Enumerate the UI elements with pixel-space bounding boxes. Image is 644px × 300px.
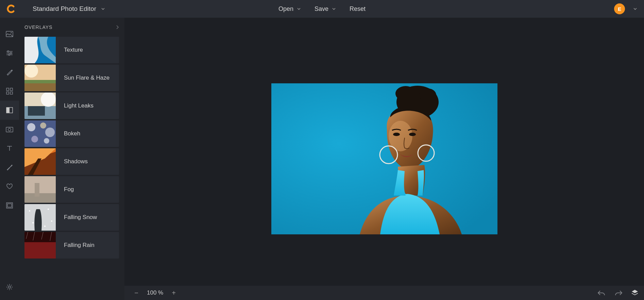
svg-point-52 [395,86,416,101]
zoom-controls: − 100 % + [132,288,178,297]
redo-button[interactable] [614,290,623,296]
overlay-item-shadows[interactable]: Shadows [24,148,119,175]
overlay-label: Fog [56,186,74,193]
overlay-thumb [24,65,56,91]
overlay-label: Texture [56,47,83,53]
svg-point-32 [44,138,49,144]
svg-rect-11 [10,92,13,94]
rail-adjust[interactable] [0,44,19,63]
svg-point-42 [51,220,52,222]
overlay-label: Falling Snow [56,214,97,221]
svg-rect-9 [10,88,13,90]
reset-button[interactable]: Reset [350,5,366,13]
rail-camera[interactable] [0,120,19,139]
zoom-in-button[interactable]: + [169,288,178,297]
overlay-thumb [24,176,56,203]
rail-brush[interactable] [0,158,19,177]
overlay-label: Light Leaks [56,102,94,109]
canvas-photo [271,83,497,234]
overlay-thumb [24,148,56,175]
bottom-right [597,289,639,297]
rail-favorites[interactable] [0,177,19,196]
svg-point-6 [10,52,12,54]
svg-rect-45 [24,232,56,242]
rail-grid[interactable] [0,82,19,101]
header-center: Open Save Reset [278,5,366,13]
zoom-out-button[interactable]: − [132,288,141,297]
svg-point-7 [9,54,10,55]
chevron-down-icon [332,7,336,11]
app-logo [6,4,16,14]
overlay-item-bokeh[interactable]: Bokeh [24,120,119,147]
avatar-letter: E [618,6,621,12]
svg-point-55 [393,133,400,136]
overlay-item-rain[interactable]: Falling Rain [24,232,119,259]
rail-settings[interactable] [0,278,19,297]
svg-point-39 [29,210,30,212]
save-menu[interactable]: Save [315,5,336,13]
chevron-down-icon [297,7,301,11]
chevron-right-icon[interactable] [116,25,119,30]
open-label: Open [278,5,293,13]
svg-point-56 [409,133,416,136]
bottom-bar: − 100 % + [124,286,644,300]
svg-point-18 [9,286,11,288]
header-right: E [614,3,637,14]
svg-rect-37 [24,176,56,203]
overlay-item-texture[interactable]: Texture [24,37,119,63]
rail-overlays[interactable] [0,101,19,120]
overlays-panel: OVERLAYS Texture Sun Flare & Haze Light … [19,18,124,300]
overlay-item-fog[interactable]: Fog [24,176,119,203]
rail-text[interactable] [0,139,19,158]
svg-point-53 [419,88,436,102]
overlay-label: Bokeh [56,130,80,137]
svg-rect-8 [6,88,9,90]
svg-rect-26 [28,106,45,116]
zoom-value: 100 % [147,289,163,296]
app-title-dropdown[interactable]: Standard Photo Editor [33,5,105,13]
overlay-item-snow[interactable]: Falling Snow [24,204,119,231]
app-title: Standard Photo Editor [33,5,96,13]
overlay-list: Texture Sun Flare & Haze Light Leaks Bok… [24,37,119,259]
rail-image[interactable] [0,24,19,44]
undo-button[interactable] [597,290,606,296]
chevron-down-icon [101,7,105,11]
panel-header: OVERLAYS [24,24,119,30]
svg-point-1 [11,32,12,33]
svg-rect-10 [6,92,9,94]
svg-rect-13 [6,107,10,113]
svg-point-5 [7,51,9,52]
overlay-label: Falling Rain [56,242,95,249]
overlay-item-sunflare[interactable]: Sun Flare & Haze [24,65,119,91]
svg-rect-17 [7,204,12,207]
svg-point-40 [48,209,49,210]
overlay-label: Shadows [56,158,88,165]
canvas-area[interactable]: − 100 % + [124,18,644,300]
rail-magic[interactable] [0,63,19,82]
tool-rail [0,18,19,300]
svg-point-25 [41,93,56,107]
rail-frame[interactable] [0,196,19,215]
chevron-down-icon[interactable] [633,7,637,11]
svg-point-28 [27,123,35,131]
overlay-thumb [24,120,56,147]
svg-point-29 [40,122,46,129]
panel-title: OVERLAYS [24,24,52,30]
user-avatar[interactable]: E [614,3,625,14]
overlay-item-lightleaks[interactable]: Light Leaks [24,93,119,119]
overlay-thumb [24,232,56,259]
open-menu[interactable]: Open [278,5,301,13]
overlay-label: Sun Flare & Haze [56,74,109,81]
svg-rect-23 [24,80,56,83]
svg-point-15 [8,128,11,131]
layers-button[interactable] [631,289,639,297]
svg-point-31 [31,136,38,143]
body: OVERLAYS Texture Sun Flare & Haze Light … [0,18,644,300]
svg-rect-14 [6,127,13,132]
svg-point-30 [45,128,55,137]
svg-point-41 [32,222,34,223]
overlay-thumb [24,204,56,231]
svg-point-43 [44,226,46,227]
overlay-thumb [24,93,56,119]
save-label: Save [315,5,328,13]
